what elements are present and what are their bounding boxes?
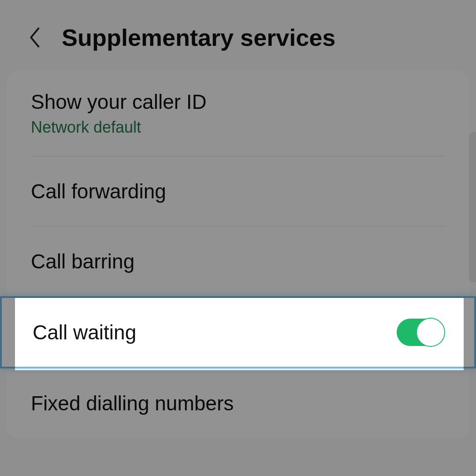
scrollbar[interactable]	[469, 132, 476, 282]
item-title: Call barring	[31, 249, 134, 273]
toggle-knob	[416, 318, 445, 347]
list-item-text: Call waiting	[33, 320, 136, 344]
screen: Supplementary services Show your caller …	[0, 0, 476, 476]
list-item-call-barring[interactable]: Call barring	[6, 227, 470, 296]
item-title: Call waiting	[33, 320, 136, 344]
back-icon[interactable]	[26, 29, 44, 46]
list-item-call-forwarding[interactable]: Call forwarding	[6, 156, 470, 226]
item-title: Call forwarding	[31, 179, 166, 203]
call-waiting-toggle[interactable]	[397, 319, 443, 346]
list-item-call-waiting[interactable]: Call waiting	[0, 296, 476, 368]
item-title: Fixed dialling numbers	[31, 391, 234, 415]
page-title: Supplementary services	[62, 24, 335, 51]
list-item-text: Fixed dialling numbers	[31, 391, 234, 415]
list-item-fixed-dialling[interactable]: Fixed dialling numbers	[6, 368, 470, 438]
list-item-text: Show your caller ID Network default	[31, 90, 207, 137]
list-item-text: Call forwarding	[31, 179, 166, 203]
item-subtitle: Network default	[31, 118, 207, 137]
list-item-text: Call barring	[31, 249, 134, 273]
list-item-caller-id[interactable]: Show your caller ID Network default	[6, 71, 470, 156]
settings-card: Show your caller ID Network default Call…	[6, 71, 470, 438]
app-header: Supplementary services	[0, 0, 476, 71]
item-title: Show your caller ID	[31, 90, 207, 114]
